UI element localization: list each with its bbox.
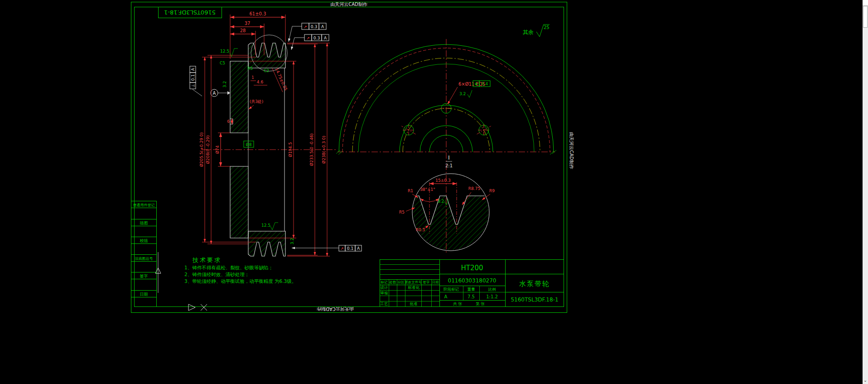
- fcf-perpendicularity: ⊥ 0.1 A: [190, 66, 196, 89]
- roughness-right: 3.2: [290, 238, 294, 244]
- part-name: 水泵带轮: [519, 280, 550, 288]
- chamfer-c5: C5: [220, 61, 225, 65]
- dim-dia-208: Ø208(0 -0.29): [206, 135, 210, 164]
- surface-default-note: 其余 25: [523, 24, 550, 37]
- dim-r5: R5: [399, 210, 405, 214]
- fcf-tolerance: 0.3: [311, 24, 317, 29]
- tech-line: 1、铸件不得有疏松、裂纹、砂眼等缺陷；: [184, 265, 273, 270]
- fcf-tolerance: 0.3: [313, 36, 320, 40]
- fcf-datum: A: [321, 24, 324, 29]
- margin-column: 借通用件登记 描图 校描 旧底图总号 签字 日期: [131, 201, 157, 307]
- surface-default-label: 其余: [523, 29, 534, 35]
- roughness-value: 12.5: [261, 223, 270, 228]
- tech-title: 技术要求: [192, 257, 222, 263]
- section-view: 61±0.3 37 28 ↗ 0.3 A ↗ 0.3 A ⊥ 0.1 A: [190, 11, 362, 256]
- radius-r5: R5: [247, 66, 253, 71]
- projection-symbols: [188, 304, 207, 311]
- dim-28: 28: [240, 28, 246, 33]
- datum-letter: A: [213, 91, 216, 96]
- dim-r05: R0.5: [416, 228, 425, 232]
- tb-weight-value: 7.5: [468, 294, 475, 299]
- dim-dia-194: Ø194.5: [288, 142, 293, 157]
- fcf-datum: A: [191, 68, 195, 71]
- chamfer-c2: C2: [264, 68, 269, 73]
- fcf-symbol: ⊥: [191, 84, 195, 87]
- rim-bottom: [248, 231, 285, 256]
- fcf-datum: A: [357, 246, 360, 251]
- dim-6: 6: [227, 120, 229, 124]
- scrollbar-down-button[interactable]: ⌄: [863, 378, 868, 384]
- scrollbar[interactable]: ⌄: [863, 0, 868, 384]
- groove-material: [412, 196, 489, 250]
- fcf-runout-bottom: ↗ 0.1 A: [292, 245, 362, 251]
- dim-bore: Ø74: [215, 145, 220, 154]
- dim-1: 1: [251, 76, 254, 80]
- dim-total-width: 61±0.3: [249, 11, 266, 16]
- roughness-value: 3.2: [438, 199, 444, 204]
- tb-header: 标记: [381, 280, 388, 284]
- material: HT200: [461, 264, 483, 272]
- tb-approve: 批准: [410, 301, 418, 306]
- tb-header: 处数: [389, 280, 397, 284]
- watermarks: 由天河云CAD制作 由天河云CAD制作 由天河云CAD制作: [316, 2, 574, 311]
- fcf-symbol: ↗: [306, 36, 310, 40]
- scrollbar-thumb[interactable]: [863, 6, 868, 28]
- tech-line: 2、铸件须经时效、清砂处理；: [184, 272, 249, 277]
- tb-scale-label: 比例: [488, 287, 496, 292]
- scrollbar-corner[interactable]: [863, 0, 868, 6]
- tb-sheets: 共 张: [453, 301, 462, 306]
- dim-angle: 38°±1°: [420, 187, 435, 192]
- tb-design: 设计: [381, 285, 389, 290]
- tb-header: 签字: [423, 280, 430, 284]
- fcf-tolerance: 0.1: [347, 246, 353, 251]
- roughness-value: 3.2: [459, 92, 466, 96]
- dim-dia-233: Ø233.5(0 -0.46): [309, 133, 314, 166]
- detail-view: 15±0.3 38°±1° R8.75 R9 R1 R5 R0.5 3.2: [399, 174, 495, 251]
- tb-header: 更改文件号: [405, 280, 422, 284]
- roughness-bottom: 12.5: [261, 223, 278, 230]
- margin-item: 签字: [140, 274, 148, 278]
- fcf-symbol: ↗: [340, 246, 344, 251]
- dim-r1: R1: [408, 189, 413, 193]
- margin-item: 借通用件登记: [133, 203, 155, 207]
- tb-check: 审核: [381, 291, 389, 295]
- tb-process: 工艺: [380, 301, 389, 306]
- surface-default-value: 25: [544, 25, 550, 30]
- chevron-down-icon: ⌄: [863, 378, 867, 383]
- watermark-side: 由天河云CAD制作: [569, 132, 574, 170]
- margin-item: 描图: [140, 221, 148, 225]
- tb-header: 日期: [432, 280, 439, 284]
- tb-standard: 标准化: [408, 285, 420, 290]
- margin-item: 日期: [140, 292, 148, 297]
- dim-pitch: 15±0.3: [435, 178, 450, 183]
- tb-stage-value: A: [444, 294, 448, 299]
- title-block: HT200 01160303180270 水泵带轮 5160TSL3DF.18-…: [380, 260, 564, 307]
- rim-top: [248, 43, 285, 68]
- cad-canvas[interactable]: 由天河云CAD制作 由天河云CAD制作 由天河云CAD制作 5160TSL3DF…: [0, 0, 863, 384]
- dim-slant: 14.75±0.25: [274, 67, 288, 91]
- roughness-left: 3.2: [222, 81, 227, 87]
- watermark-top: 由天河云CAD制作: [330, 2, 368, 7]
- tb-header: 分区: [398, 280, 405, 284]
- dim-r875: R8.75: [468, 186, 480, 191]
- tb-scale-value: 1:1.2: [486, 294, 498, 299]
- holes-callout: 6×Ø11 EQS ⊕ 0.4 3.2: [448, 81, 490, 104]
- projection-triangle-icon: [188, 304, 195, 311]
- fcf-symbol: ⊕: [474, 82, 478, 86]
- tech-line: 3、带轮须经静、动平衡试验，动平衡精度 为6.3级。: [184, 278, 296, 284]
- margin-item: 校描: [140, 238, 148, 243]
- detail-label: I: [448, 154, 450, 161]
- web-lower: [230, 166, 248, 238]
- tb-page: 第 张: [476, 301, 485, 306]
- key-dim-frame: Ø8: [244, 141, 254, 147]
- tb-stage-label: 阶段标记: [444, 287, 459, 292]
- dim-37: 37: [245, 21, 251, 26]
- tech-requirements: 技术要求 1、铸件不得有疏松、裂纹、砂眼等缺陷； 2、铸件须经时效、清砂处理； …: [184, 257, 296, 284]
- tb-weight-label: 重量: [468, 287, 476, 292]
- roughness-value: 12.5: [220, 49, 229, 53]
- fcf-symbol: ↗: [304, 24, 307, 29]
- corner-code-text: 5160TSL3DF.18-1: [164, 9, 216, 16]
- watermark-bottom: 由天河云CAD制作: [316, 306, 354, 311]
- part-code: 01160303180270: [448, 277, 497, 284]
- dim-dia-238: Ø238(+0.3 0): [322, 136, 326, 164]
